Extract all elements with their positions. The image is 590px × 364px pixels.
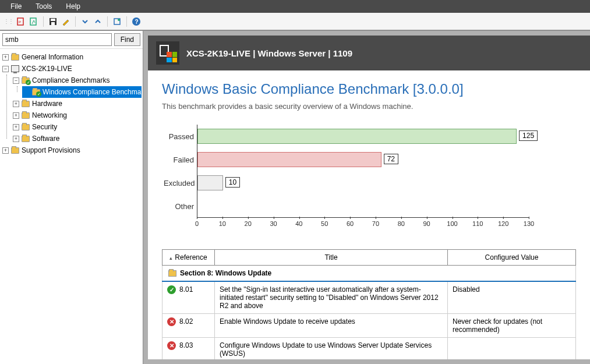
tree-expander[interactable]: + xyxy=(13,101,19,107)
chart-bar xyxy=(197,129,517,144)
sidebar: Find + General Information − XCS-2K19-LI… xyxy=(0,31,143,364)
chart-tick: 120 xyxy=(498,220,508,227)
tree-label: Support Provisions xyxy=(22,144,80,156)
computer-icon xyxy=(11,65,19,72)
chart-bar-value: 125 xyxy=(519,130,538,141)
chart-tick: 30 xyxy=(270,220,277,227)
tree-node-networking[interactable]: +Networking xyxy=(12,109,142,121)
tree-label: XCS-2K19-LIVE xyxy=(22,63,72,75)
row-configured-value xyxy=(448,338,576,360)
row-title: Enable Windows Update to receive updates xyxy=(215,314,448,338)
row-title: Set the "Sign-in last interactive user a… xyxy=(215,281,448,314)
tree-expander[interactable]: + xyxy=(13,112,19,119)
row-configured-value: Never check for updates (not recommended… xyxy=(448,314,576,338)
chart-row: Passed125 xyxy=(197,125,529,148)
chart-tick: 90 xyxy=(423,220,430,227)
column-reference[interactable]: Reference xyxy=(162,250,215,266)
chart-category-label: Passed xyxy=(164,132,194,141)
tree-label: Hardware xyxy=(32,98,62,109)
chart-tick: 0 xyxy=(195,220,199,227)
export-pdf-button[interactable]: P xyxy=(15,16,27,27)
table-section-row[interactable]: Section 8: Windows Update xyxy=(162,266,576,282)
content-area: XCS-2K19-LIVE | Windows Server | 1109 Wi… xyxy=(143,31,590,364)
tree-label: Windows Compliance Benchmark xyxy=(43,86,143,98)
help-button[interactable]: ? xyxy=(130,16,142,27)
folder-check-icon xyxy=(22,77,30,84)
folder-icon xyxy=(22,136,30,142)
table-row[interactable]: ✕8.02Enable Windows Update to receive up… xyxy=(162,314,576,338)
section-label: Section 8: Windows Update xyxy=(180,269,271,277)
chart-bar xyxy=(197,152,381,167)
search-input[interactable] xyxy=(2,33,112,46)
compliance-chart: Passed125Failed72Excluded10Other 0102030… xyxy=(197,125,576,232)
results-table: Reference Title Configured Value Section… xyxy=(162,249,576,359)
tree-node-compliance-benchmarks[interactable]: − Compliance Benchmarks xyxy=(12,75,142,86)
menu-file[interactable]: File xyxy=(3,1,29,12)
svg-text:?: ? xyxy=(135,19,139,25)
report-icon xyxy=(156,41,179,65)
folder-icon xyxy=(22,101,30,107)
edit-button[interactable] xyxy=(60,16,72,27)
folder-icon xyxy=(22,112,30,119)
table-row[interactable]: ✓8.01Set the "Sign-in last interactive u… xyxy=(162,281,576,314)
tree-node-support-provisions[interactable]: + Support Provisions xyxy=(1,144,142,156)
tree-view[interactable]: + General Information − XCS-2K19-LIVE xyxy=(0,49,143,364)
svg-rect-4 xyxy=(51,19,55,21)
tree-expander[interactable]: − xyxy=(2,66,9,72)
page-header: XCS-2K19-LIVE | Windows Server | 1109 xyxy=(148,36,590,70)
toolbar-separator xyxy=(43,16,44,27)
fail-icon: ✕ xyxy=(167,317,176,326)
tree-node-host[interactable]: − XCS-2K19-LIVE xyxy=(1,63,142,75)
column-title[interactable]: Title xyxy=(215,250,448,266)
export-report-button[interactable] xyxy=(28,16,40,27)
refresh-button[interactable] xyxy=(111,16,123,27)
chart-tick: 70 xyxy=(372,220,379,227)
tree-node-software[interactable]: +Software xyxy=(12,133,142,144)
tree-label: General Information xyxy=(22,51,83,63)
toolbar-separator xyxy=(107,16,108,27)
page-description: This benchmark provides a basic security… xyxy=(162,102,576,111)
tree-node-security[interactable]: +Security xyxy=(12,121,142,133)
row-reference: 8.01 xyxy=(179,285,193,294)
toolbar-grip: ⋮⋮ xyxy=(3,18,13,24)
table-row[interactable]: ✕8.03Configure Windows Update to use Win… xyxy=(162,338,576,360)
row-configured-value: Disabled xyxy=(448,281,576,314)
chart-row: Excluded10 xyxy=(197,171,529,195)
chart-row: Other xyxy=(197,195,529,218)
menu-tools[interactable]: Tools xyxy=(29,1,59,12)
tree-label: Security xyxy=(32,121,57,133)
chart-bar-value: 72 xyxy=(384,154,398,164)
tree-label: Software xyxy=(32,133,59,144)
tree-expander[interactable]: + xyxy=(2,147,9,154)
find-button[interactable]: Find xyxy=(114,33,140,46)
svg-rect-5 xyxy=(51,22,55,25)
tree-node-hardware[interactable]: +Hardware xyxy=(12,98,142,109)
save-button[interactable] xyxy=(47,16,59,27)
content-scroll[interactable]: XCS-2K19-LIVE | Windows Server | 1109 Wi… xyxy=(148,36,590,359)
tree-expander[interactable]: − xyxy=(13,77,19,84)
chart-tick: 80 xyxy=(398,220,405,227)
chart-tick: 40 xyxy=(295,220,302,227)
collapse-up-button[interactable] xyxy=(92,16,104,27)
expand-down-button[interactable] xyxy=(79,16,91,27)
check-icon: ✓ xyxy=(167,285,176,294)
chart-tick: 10 xyxy=(219,220,226,227)
folder-icon xyxy=(11,147,19,154)
menu-help[interactable]: Help xyxy=(59,1,87,12)
chart-bar-value: 10 xyxy=(225,177,240,188)
menubar: File Tools Help xyxy=(0,0,590,13)
chart-tick: 110 xyxy=(472,220,483,227)
tree-expander[interactable]: + xyxy=(13,124,19,130)
tree-node-windows-compliance[interactable]: Windows Compliance Benchmark xyxy=(22,86,142,98)
chart-tick: 130 xyxy=(524,220,534,227)
tree-node-general-information[interactable]: + General Information xyxy=(1,51,142,63)
tree-expander[interactable]: + xyxy=(2,54,9,61)
chart-category-label: Other xyxy=(164,202,194,211)
toolbar-separator xyxy=(126,16,127,27)
search-row: Find xyxy=(0,31,143,49)
toolbar-separator xyxy=(75,16,76,27)
folder-icon xyxy=(168,270,176,277)
tree-expander[interactable]: + xyxy=(13,136,19,142)
chart-category-label: Excluded xyxy=(164,179,194,188)
column-configured-value[interactable]: Configured Value xyxy=(448,250,576,266)
